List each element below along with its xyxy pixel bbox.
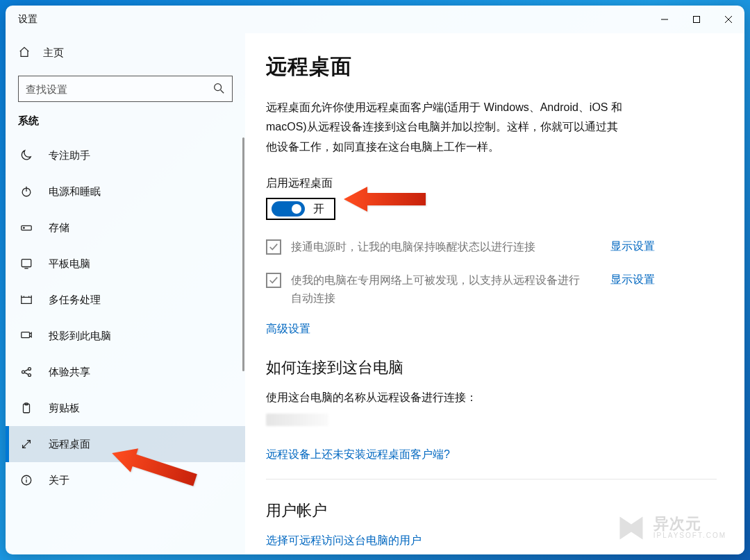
window-title: 设置	[18, 13, 38, 26]
sidebar-item-storage[interactable]: 存储	[6, 210, 245, 246]
multitask-icon	[19, 293, 33, 307]
sidebar-item-label: 专注助手	[49, 149, 90, 162]
page-description: 远程桌面允许你使用远程桌面客户端(适用于 Windows、Android、iOS…	[266, 98, 627, 157]
svg-point-20	[28, 374, 31, 377]
sidebar-item-moon[interactable]: 专注助手	[6, 137, 245, 173]
sidebar-item-label: 存储	[49, 221, 69, 235]
annotation-arrow-sidebar	[110, 443, 200, 494]
tablet-icon	[19, 257, 33, 271]
svg-line-25	[23, 441, 31, 448]
sidebar-item-multitask[interactable]: 多任务处理	[6, 282, 245, 318]
discoverable-settings-link[interactable]: 显示设置	[610, 273, 655, 287]
keep-awake-row: 接通电源时，让我的电脑保持唤醒状态以进行连接 显示设置	[266, 238, 655, 256]
annotation-arrow-toggle	[344, 183, 427, 219]
enable-remote-label: 启用远程桌面	[266, 176, 717, 191]
keep-awake-settings-link[interactable]: 显示设置	[610, 239, 655, 254]
sidebar-group-title: 系统	[6, 114, 245, 137]
power-icon	[19, 185, 33, 198]
remote-icon	[19, 437, 33, 451]
storage-icon	[19, 221, 33, 235]
enable-remote-toggle-box: 开	[266, 198, 335, 220]
sidebar-item-label: 体验共享	[49, 366, 90, 379]
search-box[interactable]	[18, 76, 233, 102]
discoverable-text: 使我的电脑在专用网络上可被发现，以支持从远程设备进行自动连接	[291, 271, 601, 307]
svg-point-4	[215, 83, 222, 90]
section-users: 用户帐户	[266, 500, 717, 521]
client-install-link[interactable]: 远程设备上还未安装远程桌面客户端?	[266, 448, 450, 460]
sidebar-item-label: 剪贴板	[49, 402, 80, 415]
svg-marker-29	[344, 187, 426, 212]
moon-icon	[19, 149, 33, 162]
svg-rect-8	[22, 226, 31, 230]
sidebar-item-label: 远程桌面	[49, 438, 90, 451]
keep-awake-checkbox[interactable]	[266, 239, 281, 255]
toggle-state-text: 开	[313, 202, 324, 217]
search-input[interactable]	[26, 83, 212, 95]
sidebar-item-share[interactable]: 体验共享	[6, 354, 245, 390]
svg-rect-1	[694, 17, 700, 23]
enable-remote-toggle[interactable]	[272, 201, 305, 217]
svg-rect-12	[22, 297, 31, 303]
minimize-button[interactable]	[649, 8, 681, 31]
titlebar: 设置	[6, 6, 744, 33]
sidebar-item-label: 平板电脑	[49, 257, 90, 271]
sidebar-item-power[interactable]: 电源和睡眠	[6, 173, 245, 210]
sidebar-item-tablet[interactable]: 平板电脑	[6, 246, 245, 282]
svg-line-22	[24, 373, 28, 375]
svg-marker-30	[110, 443, 199, 491]
svg-rect-10	[22, 260, 31, 267]
svg-point-9	[24, 228, 24, 228]
share-icon	[19, 365, 33, 379]
sidebar-item-label: 投影到此电脑	[49, 330, 111, 343]
discoverable-row: 使我的电脑在专用网络上可被发现，以支持从远程设备进行自动连接 显示设置	[266, 271, 655, 307]
watermark-line2: IPLAYSOFT.COM	[653, 532, 726, 540]
keep-awake-text: 接通电源时，让我的电脑保持唤醒状态以进行连接	[291, 238, 601, 256]
svg-line-5	[221, 90, 224, 93]
search-icon	[212, 82, 226, 96]
sidebar-item-label: 多任务处理	[49, 294, 101, 307]
svg-point-28	[26, 477, 27, 479]
select-users-link[interactable]: 选择可远程访问这台电脑的用户	[266, 534, 422, 546]
page-title: 远程桌面	[266, 53, 717, 81]
close-button[interactable]	[712, 8, 744, 31]
sidebar-scrollbar[interactable]	[242, 137, 244, 554]
sidebar-home-label: 主页	[43, 46, 64, 60]
svg-point-18	[22, 371, 25, 373]
sidebar-item-clipboard[interactable]: 剪贴板	[6, 390, 245, 426]
svg-point-19	[28, 368, 31, 371]
pc-name-redacted	[266, 414, 328, 426]
maximize-button[interactable]	[681, 8, 712, 31]
connect-description: 使用这台电脑的名称从远程设备进行连接：	[266, 391, 717, 405]
settings-window: 设置 主页	[6, 6, 744, 554]
svg-line-21	[24, 369, 28, 371]
advanced-settings-link[interactable]: 高级设置	[266, 323, 310, 334]
home-icon	[18, 46, 31, 60]
discoverable-checkbox[interactable]	[266, 273, 281, 288]
clipboard-icon	[19, 401, 33, 415]
content-pane: 远程桌面 远程桌面允许你使用远程桌面客户端(适用于 Windows、Androi…	[245, 33, 744, 554]
about-icon	[19, 473, 33, 487]
sidebar-item-label: 关于	[49, 474, 69, 487]
section-how-connect: 如何连接到这台电脑	[266, 357, 717, 378]
sidebar-item-project[interactable]: 投影到此电脑	[6, 318, 245, 354]
project-icon	[19, 329, 33, 343]
svg-rect-17	[22, 332, 30, 338]
sidebar-home[interactable]: 主页	[6, 39, 245, 67]
sidebar-item-label: 电源和睡眠	[49, 185, 101, 198]
